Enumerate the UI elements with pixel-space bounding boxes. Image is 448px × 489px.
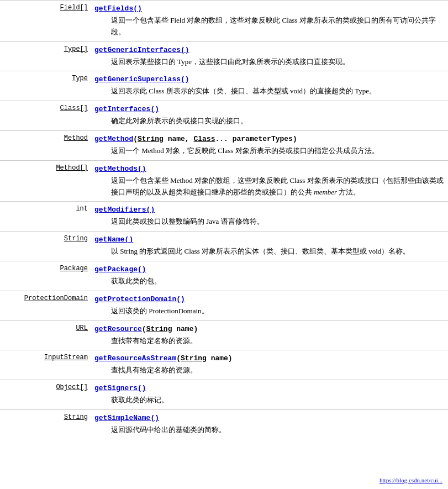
- method-signature: getResourceAsStream(String name): [94, 354, 445, 362]
- description-text: 获取此类的标记。: [111, 395, 445, 406]
- desc-cell: getModifiers()返回此类或接口以整数编码的 Java 语言修饰符。: [91, 202, 448, 232]
- method-link[interactable]: getSigners(): [94, 384, 146, 392]
- method-link[interactable]: getGenericSuperclass(): [94, 75, 189, 83]
- type-cell: URL: [0, 320, 91, 350]
- table-row: PackagegetPackage()获取此类的包。: [0, 261, 448, 291]
- desc-cell: getProtectionDomain()返回该类的 ProtectionDom…: [91, 291, 448, 320]
- description-text: 返回一个 Method 对象，它反映此 Class 对象所表示的类或接口的指定公…: [111, 145, 445, 157]
- desc-cell: getPackage()获取此类的包。: [91, 261, 448, 291]
- desc-cell: getResourceAsStream(String name)查找具有给定名称…: [91, 350, 448, 380]
- table-row: MethodgetMethod(String name, Class... pa…: [0, 130, 448, 160]
- description-text: 返回表示某些接口的 Type，这些接口由此对象所表示的类或接口直接实现。: [111, 56, 445, 68]
- desc-cell: getGenericSuperclass()返回表示此 Class 所表示的实体…: [91, 71, 448, 101]
- type-cell: int: [0, 202, 91, 232]
- param-string-link[interactable]: String: [181, 354, 207, 362]
- type-link[interactable]: String: [64, 235, 88, 243]
- method-params: (String name): [176, 354, 232, 362]
- table-row: Method[]getMethods()返回一个包含某些 Method 对象的数…: [0, 160, 448, 202]
- method-signature: getMethods(): [94, 164, 445, 173]
- method-link[interactable]: getMethods(): [94, 165, 146, 173]
- type-cell: Method: [0, 130, 91, 160]
- method-signature: getGenericInterfaces(): [94, 45, 445, 54]
- type-cell: InputStream: [0, 350, 91, 380]
- type-link[interactable]: Type[]: [64, 45, 88, 53]
- desc-cell: getMethods()返回一个包含某些 Method 对象的数组，这些对象反映…: [91, 160, 448, 202]
- method-signature: getInterfaces(): [94, 104, 445, 113]
- description-text: 查找带有给定名称的资源。: [111, 335, 445, 347]
- table-row: Object[]getSigners()获取此类的标记。: [0, 380, 448, 410]
- method-signature: getModifiers(): [94, 205, 445, 214]
- method-signature: getName(): [94, 235, 445, 244]
- table-row: intgetModifiers()返回此类或接口以整数编码的 Java 语言修饰…: [0, 202, 448, 232]
- method-link[interactable]: getResourceAsStream: [94, 354, 176, 362]
- method-link[interactable]: getGenericInterfaces(): [94, 46, 189, 54]
- type-cell: Method[]: [0, 160, 91, 202]
- method-link[interactable]: getInterfaces(): [94, 105, 159, 113]
- type-cell: String: [0, 232, 91, 261]
- desc-cell: getSigners()获取此类的标记。: [91, 380, 448, 410]
- table-row: Type[]getGenericInterfaces()返回表示某些接口的 Ty…: [0, 41, 448, 71]
- param-string-link[interactable]: String: [146, 325, 172, 333]
- api-table: Field[]getFields()返回一个包含某些 Field 对象的数组，这…: [0, 0, 448, 439]
- table-row: ProtectionDomaingetProtectionDomain()返回该…: [0, 291, 448, 320]
- description-text: 返回此类或接口以整数编码的 Java 语言修饰符。: [111, 216, 445, 228]
- method-link[interactable]: getProtectionDomain(): [94, 295, 185, 303]
- desc-cell: getFields()返回一个包含某些 Field 对象的数组，这些对象反映此 …: [91, 1, 448, 42]
- method-params: (String name): [142, 325, 198, 333]
- method-signature: getMethod(String name, Class... paramete…: [94, 134, 445, 143]
- description-text: 查找具有给定名称的资源。: [111, 365, 445, 376]
- table-row: StringgetName()以 String 的形式返回此 Class 对象所…: [0, 232, 448, 261]
- type-link[interactable]: String: [64, 413, 88, 421]
- type-text: int: [76, 205, 88, 213]
- method-signature: getGenericSuperclass(): [94, 75, 445, 83]
- table-row: InputStreamgetResourceAsStream(String na…: [0, 350, 448, 380]
- description-text: 确定此对象所表示的类或接口实现的接口。: [111, 115, 445, 127]
- description-text: 返回该类的 ProtectionDomain。: [111, 306, 445, 317]
- desc-cell: getName()以 String 的形式返回此 Class 对象所表示的实体（…: [91, 232, 448, 261]
- type-cell: Type[]: [0, 41, 91, 71]
- method-link[interactable]: getFields(): [94, 4, 142, 13]
- table-row: TypegetGenericSuperclass()返回表示此 Class 所表…: [0, 71, 448, 101]
- method-link[interactable]: getPackage(): [94, 265, 146, 274]
- table-row: URLgetResource(String name)查找带有给定名称的资源。: [0, 320, 448, 350]
- description-text: 获取此类的包。: [111, 276, 445, 287]
- type-cell: Type: [0, 71, 91, 101]
- table-row: Class[]getInterfaces()确定此对象所表示的类或接口实现的接口…: [0, 101, 448, 131]
- method-params: (String name, Class... parameterTypes): [133, 135, 297, 143]
- type-link[interactable]: URL: [76, 324, 88, 332]
- type-cell: Class[]: [0, 101, 91, 131]
- desc-cell: getResource(String name)查找带有给定名称的资源。: [91, 320, 448, 350]
- method-link[interactable]: getModifiers(): [94, 206, 155, 214]
- description-text: 返回源代码中给出的基础类的简称。: [111, 424, 445, 436]
- method-signature: getResource(String name): [94, 324, 445, 333]
- method-link[interactable]: getMethod: [94, 135, 133, 143]
- type-link[interactable]: ProtectionDomain: [24, 295, 88, 302]
- method-link[interactable]: getName(): [94, 235, 133, 244]
- method-signature: getFields(): [94, 4, 445, 13]
- method-signature: getPackage(): [94, 265, 445, 274]
- desc-cell: getGenericInterfaces()返回表示某些接口的 Type，这些接…: [91, 41, 448, 71]
- type-link[interactable]: Field[]: [60, 4, 88, 12]
- type-cell: String: [0, 409, 91, 439]
- description-text: 以 String 的形式返回此 Class 对象所表示的实体（类、接口、数组类、…: [111, 246, 445, 257]
- type-link[interactable]: Method: [64, 134, 88, 142]
- description-text: 返回一个包含某些 Field 对象的数组，这些对象反映此 Class 对象所表示…: [111, 15, 445, 38]
- desc-cell: getSimpleName()返回源代码中给出的基础类的简称。: [91, 409, 448, 439]
- type-link[interactable]: Type: [72, 75, 88, 82]
- type-link[interactable]: Class[]: [60, 104, 88, 112]
- type-link[interactable]: InputStream: [44, 354, 88, 361]
- method-signature: getSimpleName(): [94, 413, 445, 422]
- table-row: Field[]getFields()返回一个包含某些 Field 对象的数组，这…: [0, 1, 448, 42]
- type-cell: Package: [0, 261, 91, 291]
- desc-cell: getMethod(String name, Class... paramete…: [91, 130, 448, 160]
- method-link[interactable]: getResource: [94, 325, 142, 333]
- description-text: 返回一个包含某些 Method 对象的数组，这些对象反映此 Class 对象所表…: [111, 175, 445, 198]
- type-link[interactable]: Object[]: [56, 383, 88, 391]
- method-link[interactable]: getSimpleName(): [94, 414, 159, 422]
- method-signature: getProtectionDomain(): [94, 295, 445, 303]
- desc-cell: getInterfaces()确定此对象所表示的类或接口实现的接口。: [91, 101, 448, 131]
- method-signature: getSigners(): [94, 383, 445, 392]
- type-link[interactable]: Method[]: [56, 164, 88, 172]
- type-link[interactable]: Package: [60, 265, 88, 272]
- type-cell: Object[]: [0, 380, 91, 410]
